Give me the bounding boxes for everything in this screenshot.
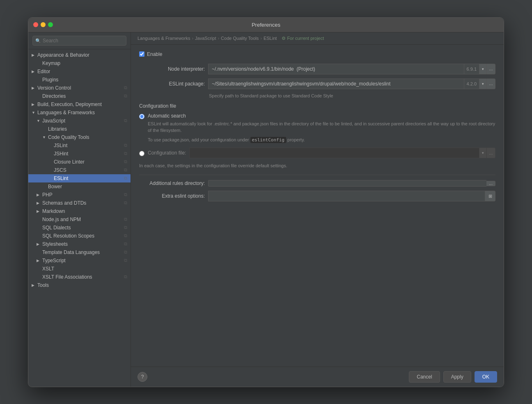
eslint-package-input[interactable] — [208, 78, 464, 89]
right-panel: Languages & Frameworks › JavaScript › Co… — [131, 32, 504, 387]
sidebar-item-label: XSLT File Associations — [42, 274, 92, 280]
sidebar-item-version-control[interactable]: ▶ Version Control ⧉ — [28, 84, 131, 92]
sidebar-item-jslint[interactable]: JSLint ⧉ — [28, 141, 131, 150]
node-version-badge: 6.9.1 — [464, 64, 479, 74]
config-file-input[interactable] — [189, 148, 479, 158]
cancel-button[interactable]: Cancel — [409, 371, 440, 383]
eslint-package-row: ESLint package: 4.2.0 ▾ … — [139, 78, 495, 89]
copy-icon: ⧉ — [124, 118, 127, 123]
enable-label: Enable — [147, 51, 162, 57]
breadcrumb-sep-3: › — [260, 36, 262, 41]
arrow-icon: ▼ — [42, 135, 46, 139]
sidebar-item-appearance[interactable]: ▶ Appearance & Behavior — [28, 51, 131, 59]
titlebar-buttons — [33, 22, 53, 27]
node-interpreter-input[interactable] — [208, 64, 464, 74]
sidebar-item-eslint[interactable]: ESLint ⧉ — [28, 174, 131, 182]
sidebar-item-plugins[interactable]: Plugins — [28, 76, 131, 84]
additional-rules-more-btn[interactable]: … — [486, 181, 495, 186]
breadcrumb-part-3: Code Quality Tools — [221, 36, 259, 41]
additional-rules-row: Additional rules directory: … — [139, 180, 495, 187]
eslint-more-btn[interactable]: … — [486, 78, 495, 89]
node-interpreter-group: 6.9.1 ▾ … — [208, 64, 495, 74]
panel-body: Enable Node interpreter: 6.9.1 ▾ … — [131, 45, 504, 367]
sidebar-item-editor[interactable]: ▶ Editor — [28, 67, 131, 76]
sidebar-item-label: Closure Linter — [54, 159, 85, 165]
search-input[interactable] — [32, 36, 126, 46]
sidebar-item-stylesheets[interactable]: ▶ Stylesheets ⧉ — [28, 240, 131, 248]
node-more-btn[interactable]: … — [486, 64, 495, 74]
extra-options-group: ⊞ — [208, 191, 495, 201]
for-project-label: ⚙ For current project — [282, 36, 324, 41]
config-file-radio-label: Configuration file: — [148, 150, 186, 156]
node-interpreter-label: Node interpreter: — [139, 66, 205, 72]
automatic-search-desc1: ESLint will automatically look for .esli… — [148, 120, 495, 134]
sidebar-item-label: Markdown — [42, 208, 65, 214]
sidebar-item-jscs[interactable]: JSCS ⧉ — [28, 166, 131, 174]
sidebar-item-sql-resolution[interactable]: SQL Resolution Scopes ⧉ — [28, 232, 131, 240]
extra-options-input[interactable] — [208, 191, 485, 201]
config-dropdown-btn[interactable]: ▾ — [479, 148, 486, 158]
config-file-radio[interactable] — [139, 151, 144, 156]
sidebar-item-label: JavaScript — [42, 118, 65, 124]
ok-button[interactable]: OK — [475, 371, 497, 383]
node-interpreter-combo: 6.9.1 ▾ … — [208, 64, 495, 74]
maximize-button[interactable] — [48, 22, 53, 27]
sidebar-item-typescript[interactable]: ▶ TypeScript ⧉ — [28, 256, 131, 265]
sidebar-item-sql-dialects[interactable]: SQL Dialects ⧉ — [28, 224, 131, 232]
arrow-icon: ▶ — [37, 242, 41, 246]
node-dropdown-btn[interactable]: ▾ — [479, 64, 486, 74]
sidebar-item-directories[interactable]: Directories ⧉ — [28, 92, 131, 100]
sidebar-item-template-data[interactable]: Template Data Languages ⧉ — [28, 248, 131, 256]
enable-checkbox[interactable] — [139, 51, 144, 57]
sidebar-item-label: XSLT — [42, 266, 54, 272]
override-text: In each case, the settings in the config… — [139, 163, 495, 168]
copy-icon: ⧉ — [124, 175, 127, 181]
sidebar-item-nodejs[interactable]: Node.js and NPM ⧉ — [28, 215, 131, 224]
help-button[interactable]: ? — [138, 372, 147, 382]
sidebar-item-keymap[interactable]: Keymap — [28, 59, 131, 67]
breadcrumb-part-1: Languages & Frameworks — [138, 36, 190, 41]
titlebar: Preferences — [28, 18, 504, 32]
sidebar-item-php[interactable]: ▶ PHP ⧉ — [28, 191, 131, 199]
minimize-button[interactable] — [41, 22, 46, 27]
config-section: Configuration file Automatic search ESLi… — [139, 103, 495, 169]
sidebar-item-xslt-associations[interactable]: XSLT File Associations ⧉ — [28, 273, 131, 281]
window-title: Preferences — [252, 22, 280, 28]
sidebar-item-bower[interactable]: Bower — [28, 182, 131, 191]
breadcrumb-sep-1: › — [192, 36, 193, 41]
sidebar-item-languages[interactable]: ▼ Languages & Frameworks — [28, 109, 131, 117]
sidebar-item-label: Directories — [42, 93, 66, 99]
extra-options-label: Extra eslint options: — [139, 193, 205, 199]
config-more-btn[interactable]: … — [486, 148, 495, 158]
sidebar-item-xslt[interactable]: XSLT — [28, 265, 131, 273]
sidebar-item-label: Appearance & Behavior — [37, 52, 89, 58]
arrow-icon: ▼ — [37, 119, 41, 123]
breadcrumb-sep-2: › — [218, 36, 219, 41]
copy-icon: ⧉ — [124, 85, 127, 90]
node-interpreter-row: Node interpreter: 6.9.1 ▾ … — [139, 64, 495, 74]
sidebar-item-code-quality[interactable]: ▼ Code Quality Tools — [28, 133, 131, 141]
sidebar-item-jshint[interactable]: JSHint ⧉ — [28, 150, 131, 158]
sidebar-item-markdown[interactable]: ▶ Markdown — [28, 207, 131, 215]
separator — [139, 175, 495, 175]
sidebar-item-libraries[interactable]: Libraries — [28, 125, 131, 133]
sidebar-item-closure-linter[interactable]: Closure Linter ⧉ — [28, 158, 131, 166]
automatic-search-option: Automatic search ESLint will automatical… — [139, 113, 495, 144]
copy-icon: ⧉ — [124, 249, 127, 255]
extra-options-expand-btn[interactable]: ⊞ — [485, 191, 495, 201]
eslint-dropdown-btn[interactable]: ▾ — [479, 78, 486, 89]
apply-button[interactable]: Apply — [443, 371, 471, 383]
additional-rules-label: Additional rules directory: — [139, 180, 205, 186]
close-button[interactable] — [33, 22, 38, 27]
sidebar-item-schemas[interactable]: ▶ Schemas and DTDs ⧉ — [28, 199, 131, 207]
sidebar-item-build[interactable]: ▶ Build, Execution, Deployment — [28, 100, 131, 109]
arrow-icon: ▶ — [32, 69, 36, 74]
copy-icon: ⧉ — [124, 93, 127, 99]
copy-icon: ⧉ — [124, 200, 127, 205]
sidebar-item-javascript[interactable]: ▼ JavaScript ⧉ — [28, 117, 131, 125]
extra-options-row: Extra eslint options: ⊞ — [139, 191, 495, 201]
additional-rules-input[interactable] — [208, 180, 486, 187]
arrow-icon: ▶ — [37, 209, 41, 213]
sidebar-item-tools[interactable]: ▶ Tools — [28, 281, 131, 289]
automatic-search-radio[interactable] — [139, 114, 144, 119]
